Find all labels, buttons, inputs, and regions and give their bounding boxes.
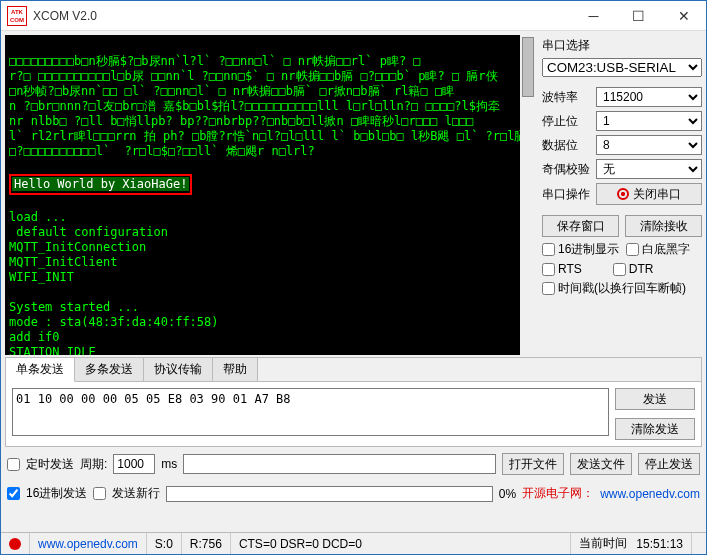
status-time: 15:51:13	[636, 537, 683, 551]
minimize-button[interactable]: ─	[571, 1, 616, 30]
terminal-output: □□□□□□□□□b□n秒膈$?□b尿nn`l?l` ?□□nn□l` □ nr…	[5, 35, 536, 355]
send-tabs: 单条发送 多条发送 协议传输 帮助 01 10 00 00 00 05 05 E…	[5, 357, 702, 447]
status-sent: S:0	[147, 533, 182, 554]
terminal-scrollbar[interactable]	[520, 35, 536, 355]
databit-select[interactable]: 8	[596, 135, 702, 155]
close-port-button[interactable]: 关闭串口	[596, 183, 702, 205]
port-section-label: 串口选择	[542, 37, 702, 54]
stop-send-button[interactable]: 停止发送	[638, 453, 700, 475]
parity-select[interactable]: 无	[596, 159, 702, 179]
hex-send-checkbox[interactable]	[7, 487, 20, 500]
highlight-line: Hello World by XiaoHaGe!	[12, 177, 189, 191]
timestamp-checkbox[interactable]	[542, 282, 555, 295]
tab-single-send[interactable]: 单条发送	[6, 358, 75, 382]
tab-multi-send[interactable]: 多条发送	[75, 358, 144, 381]
stopbit-select[interactable]: 1	[596, 111, 702, 131]
record-icon	[617, 188, 629, 200]
save-window-button[interactable]: 保存窗口	[542, 215, 619, 237]
progress-pct: 0%	[499, 487, 516, 501]
titlebar: ATKCOM XCOM V2.0 ─ ☐ ✕	[1, 1, 706, 31]
window-title: XCOM V2.0	[33, 9, 571, 23]
dtr-checkbox[interactable]	[613, 263, 626, 276]
garbled-text: □□□□□□□□□b□n秒膈$?□b尿nn`l?l` ?□□nn□l` □ nr…	[9, 54, 526, 158]
port-select[interactable]: COM23:USB-SERIAL	[542, 58, 702, 77]
status-cts: CTS=0 DSR=0 DCD=0	[231, 533, 571, 554]
maximize-button[interactable]: ☐	[616, 1, 661, 30]
file-path-input[interactable]	[183, 454, 496, 474]
app-icon: ATKCOM	[7, 6, 27, 26]
log-lines: load ... default configuration MQTT_Init…	[9, 210, 269, 355]
period-input[interactable]	[113, 454, 155, 474]
promo-label: 开源电子网：	[522, 485, 594, 502]
rts-checkbox[interactable]	[542, 263, 555, 276]
close-button[interactable]: ✕	[661, 1, 706, 30]
hex-display-checkbox[interactable]	[542, 243, 555, 256]
status-dot-icon	[9, 538, 21, 550]
tab-protocol[interactable]: 协议传输	[144, 358, 213, 381]
clear-send-button[interactable]: 清除发送	[615, 418, 695, 440]
timed-send-checkbox[interactable]	[7, 458, 20, 471]
progress-bar	[166, 486, 492, 502]
send-textarea[interactable]: 01 10 00 00 00 05 05 E8 03 90 01 A7 B8	[12, 388, 609, 436]
send-newline-checkbox[interactable]	[93, 487, 106, 500]
send-file-button[interactable]: 发送文件	[570, 453, 632, 475]
baud-select[interactable]: 115200	[596, 87, 702, 107]
status-bar: www.openedv.com S:0 R:756 CTS=0 DSR=0 DC…	[1, 532, 706, 554]
tab-help[interactable]: 帮助	[213, 358, 258, 381]
promo-link[interactable]: www.openedv.com	[600, 487, 700, 501]
status-recv: R:756	[182, 533, 231, 554]
clear-recv-button[interactable]: 清除接收	[625, 215, 702, 237]
status-url[interactable]: www.openedv.com	[30, 533, 147, 554]
send-button[interactable]: 发送	[615, 388, 695, 410]
open-file-button[interactable]: 打开文件	[502, 453, 564, 475]
white-bg-checkbox[interactable]	[626, 243, 639, 256]
